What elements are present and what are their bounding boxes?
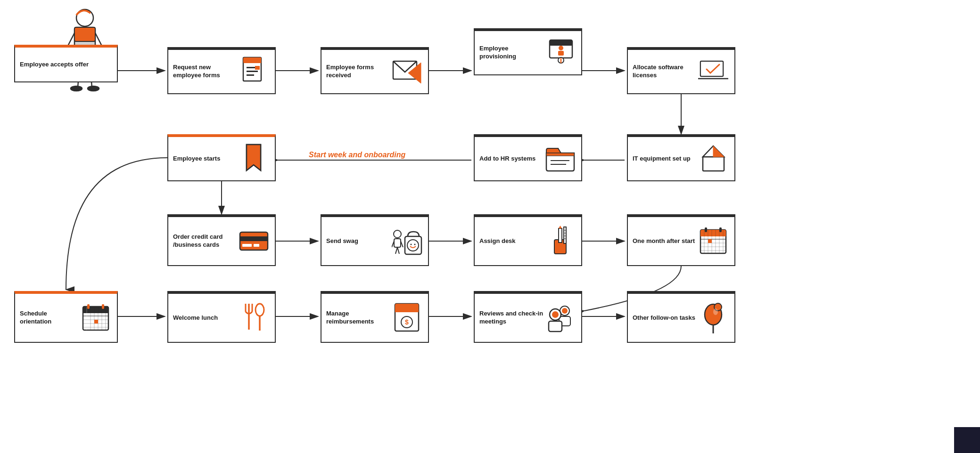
- it-equipment-set-up-label: IT equipment set up: [633, 155, 697, 163]
- svg-rect-26: [74, 27, 95, 41]
- dark-circle-decoration: [954, 427, 980, 453]
- one-month-after-start-box: One month after start: [627, 214, 735, 266]
- svg-rect-33: [255, 66, 260, 70]
- svg-rect-86: [708, 239, 712, 243]
- employee-forms-received-label: Employee forms received: [326, 64, 390, 80]
- reviews-check-in-box: Reviews and check-in meetings: [474, 291, 582, 343]
- svg-rect-118: [549, 321, 562, 332]
- add-to-hr-systems-label: Add to HR systems: [479, 155, 544, 163]
- order-credit-card-label: Order credit card /business cards: [173, 233, 237, 249]
- svg-rect-60: [394, 239, 401, 247]
- assign-desk-label: Assign desk: [479, 237, 544, 245]
- assign-desk-box: Assign desk: [474, 214, 582, 266]
- svg-point-24: [71, 86, 82, 91]
- manage-reimbursements-label: Manage reimbursements: [326, 310, 390, 326]
- svg-rect-104: [102, 304, 104, 309]
- other-follow-on-box: Other follow-on tasks: [627, 291, 735, 343]
- reviews-check-in-label: Reviews and check-in meetings: [479, 310, 544, 326]
- svg-rect-52: [240, 236, 268, 241]
- calendar2-icon: [697, 225, 730, 258]
- svg-rect-87: [705, 227, 707, 232]
- employee-starts-box: Employee starts: [167, 134, 276, 181]
- svg-point-57: [410, 244, 412, 245]
- one-month-after-start-label: One month after start: [633, 237, 697, 245]
- allocate-software-licenses-box: Allocate software licenses: [627, 47, 735, 94]
- welcome-lunch-label: Welcome lunch: [173, 314, 237, 322]
- other-follow-on-label: Other follow-on tasks: [633, 314, 697, 322]
- document-icon: [237, 55, 270, 88]
- laptop-icon: [697, 55, 730, 88]
- svg-point-40: [559, 46, 563, 50]
- calendar-icon: [79, 301, 112, 334]
- swag-icon: [390, 225, 423, 258]
- svg-rect-66: [559, 228, 562, 243]
- employee-starts-label: Employee starts: [173, 155, 237, 163]
- svg-line-61: [395, 247, 397, 254]
- svg-marker-47: [713, 146, 724, 157]
- utensils-icon: [237, 301, 270, 334]
- welcome-lunch-box: Welcome lunch: [167, 291, 276, 343]
- order-credit-card-box: Order credit card /business cards: [167, 214, 276, 266]
- bookmark-icon: [237, 142, 270, 175]
- employee-forms-received-box: Employee forms received: [321, 47, 429, 94]
- credit-card-icon: [237, 225, 270, 258]
- svg-point-56: [407, 240, 419, 251]
- employee-provisioning-label: Employee provisioning: [479, 45, 544, 61]
- diagram-container: Employee accepts offer Request new emplo…: [0, 0, 980, 453]
- send-swag-box: Send swag: [321, 214, 429, 266]
- svg-rect-43: [700, 61, 723, 76]
- folder-icon: [544, 142, 576, 175]
- svg-rect-68: [564, 227, 566, 243]
- svg-rect-45: [703, 157, 724, 171]
- svg-rect-37: [550, 40, 572, 46]
- server-icon: [697, 142, 730, 175]
- svg-point-58: [414, 244, 415, 245]
- svg-point-119: [562, 308, 568, 314]
- manage-reimbursements-box: Manage reimbursements $: [321, 291, 429, 343]
- svg-rect-54: [254, 244, 259, 247]
- svg-point-120: [552, 311, 559, 318]
- svg-text:$: $: [405, 318, 409, 326]
- allocate-software-licenses-label: Allocate software licenses: [633, 64, 697, 80]
- svg-rect-30: [247, 71, 258, 72]
- dollar-icon: $: [390, 301, 423, 334]
- svg-rect-31: [247, 74, 254, 76]
- schedule-orientation-box: Schedule orientation: [14, 291, 118, 343]
- it-equipment-set-up-box: IT equipment set up: [627, 134, 735, 181]
- svg-rect-102: [94, 320, 98, 324]
- svg-rect-48: [546, 153, 574, 156]
- svg-point-25: [88, 86, 99, 91]
- svg-rect-32: [254, 57, 261, 63]
- svg-rect-103: [87, 304, 90, 309]
- add-to-hr-systems-box: Add to HR systems: [474, 134, 582, 181]
- svg-line-62: [397, 247, 399, 254]
- schedule-orientation-label: Schedule orientation: [20, 310, 79, 326]
- svg-rect-88: [719, 227, 722, 232]
- send-swag-label: Send swag: [326, 237, 390, 245]
- employee-accepts-offer-label: Employee accepts offer: [20, 61, 112, 69]
- svg-rect-41: [558, 51, 564, 56]
- svg-point-124: [713, 308, 718, 315]
- employee-provisioning-box: Employee provisioning: [474, 28, 582, 75]
- svg-point-59: [394, 230, 401, 238]
- svg-rect-53: [242, 244, 252, 247]
- envelope-icon: [390, 55, 423, 88]
- screen-icon: [544, 36, 576, 69]
- pushpin-icon: [697, 301, 730, 334]
- pencil-cup-icon: [544, 225, 576, 258]
- request-new-employee-forms-box: Request new employee forms: [167, 47, 276, 94]
- request-new-employee-forms-label: Request new employee forms: [173, 64, 237, 80]
- employee-accepts-offer-box: Employee accepts offer: [14, 45, 118, 82]
- svg-point-109: [255, 304, 264, 316]
- svg-marker-67: [559, 226, 562, 228]
- svg-rect-112: [395, 309, 419, 312]
- start-week-label: Start week and onboarding: [309, 151, 405, 159]
- people-icon: [544, 301, 576, 334]
